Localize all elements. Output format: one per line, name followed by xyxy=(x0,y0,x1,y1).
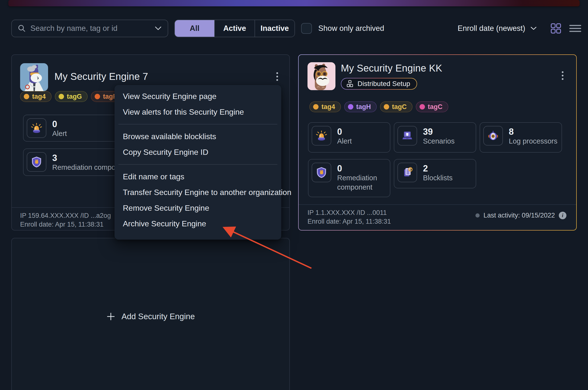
menu-item-view-engine-page[interactable]: View Security Engine page xyxy=(115,89,281,104)
stat-blocklists: 2 Blocklists xyxy=(394,159,476,188)
stat-value: 0 xyxy=(337,163,384,173)
stat-label: Alert xyxy=(337,137,352,146)
stat-label: Remediation component xyxy=(337,173,384,192)
distributed-setup-badge: Distributed Setup xyxy=(341,78,417,90)
menu-item-copy-engine-id[interactable]: Copy Security Engine ID xyxy=(115,144,281,160)
engine-menu-kebab-icon[interactable] xyxy=(272,70,283,83)
stat-remediation: 0 Remediation component xyxy=(308,159,390,197)
engine-title: My Security Engine KK xyxy=(341,63,442,74)
last-activity: Last activity: 09/15/2022 i xyxy=(475,212,566,219)
engine-footer-info: IP 159.64.XXX.XXX /ID ...a2og Enroll dat… xyxy=(20,211,111,229)
tab-inactive[interactable]: Inactive xyxy=(255,20,294,37)
search-box[interactable] xyxy=(11,20,168,37)
sort-label: Enroll date (newest) xyxy=(458,24,525,33)
blocklist-doc-icon xyxy=(398,163,417,182)
laptop-icon xyxy=(398,126,417,146)
plus-icon xyxy=(106,312,116,321)
stat-value: 0 xyxy=(337,127,352,137)
card-footer-divider xyxy=(299,204,576,205)
engine-avatar xyxy=(20,63,48,91)
shield-icon xyxy=(312,163,331,182)
stat-label: Blocklists xyxy=(423,173,453,183)
stat-value: 0 xyxy=(52,119,67,129)
shield-icon xyxy=(27,152,46,172)
search-icon xyxy=(18,24,26,33)
status-filter-tabs: All Active Inactive xyxy=(174,20,295,37)
stat-alerts: 0 Alert xyxy=(308,122,390,153)
menu-item-remove-engine[interactable]: Remove Security Engine xyxy=(115,200,281,216)
stat-log-processors: 8 Log processors xyxy=(480,122,562,153)
view-toggles xyxy=(550,20,581,37)
menu-item-browse-blocklists[interactable]: Browse available blocklists xyxy=(115,129,281,144)
tag-row: tag4 tagG tagF xyxy=(20,91,122,102)
ip-id-line: IP 159.64.XXX.XXX /ID ...a2og xyxy=(20,211,111,220)
stat-scenarios: 39 Scenarios xyxy=(394,122,476,153)
top-gradient-banner xyxy=(8,0,580,6)
engine-avatar xyxy=(307,62,335,90)
add-engine-card: Add Security Engine xyxy=(11,238,290,390)
menu-divider xyxy=(118,164,277,165)
siren-icon xyxy=(312,126,331,146)
badge-label: Distributed Setup xyxy=(357,80,410,88)
sort-dropdown[interactable]: Enroll date (newest) xyxy=(458,20,537,37)
tag-pill: tagC xyxy=(380,101,412,112)
stat-label: Alert xyxy=(52,129,67,138)
menu-item-view-alerts[interactable]: View alerts for this Security Engine xyxy=(115,104,281,120)
last-activity-label: Last activity: 09/15/2022 xyxy=(483,212,555,219)
stat-value: 2 xyxy=(423,163,453,173)
search-input[interactable] xyxy=(30,24,150,33)
ip-id-line: IP 1.1.XXX.XXX /ID ...0011 xyxy=(307,208,391,217)
menu-item-archive-engine[interactable]: Archive Security Engine xyxy=(115,216,281,232)
tag-pill: tagC xyxy=(416,101,448,112)
show-archived-control: Show only archived xyxy=(301,20,384,37)
cubes-icon xyxy=(346,80,354,88)
siren-icon xyxy=(27,118,46,138)
menu-item-transfer-engine[interactable]: Transfer Security Engine to another orga… xyxy=(115,185,281,200)
engine-context-menu: View Security Engine page View alerts fo… xyxy=(115,85,281,240)
stat-value: 8 xyxy=(509,127,557,137)
show-archived-checkbox[interactable] xyxy=(301,23,312,34)
tag-pill: tagG xyxy=(55,91,88,102)
add-engine-label: Add Security Engine xyxy=(121,312,195,321)
menu-divider xyxy=(118,124,277,124)
robot-icon xyxy=(483,126,503,146)
stat-label: Log processors xyxy=(509,137,557,146)
add-engine-button[interactable]: Add Security Engine xyxy=(106,312,195,321)
menu-item-edit-name-tags[interactable]: Edit name or tags xyxy=(115,169,281,185)
tag-pill: tagH xyxy=(344,101,377,112)
engine-footer-info: IP 1.1.XXX.XXX /ID ...0011 Enroll date: … xyxy=(307,208,391,226)
tag-pill: tag4 xyxy=(309,101,341,112)
stat-label: Scenarios xyxy=(423,137,455,146)
enroll-date-line: Enroll date: Apr 15, 11:38:31 xyxy=(307,217,391,226)
tag-pill: tag4 xyxy=(20,91,52,102)
tag-row: tag4 tagH tagC tagC xyxy=(309,101,448,112)
chevron-down-icon[interactable] xyxy=(155,26,162,31)
chevron-down-icon xyxy=(530,26,537,31)
tab-all[interactable]: All xyxy=(175,20,215,37)
list-view-icon[interactable] xyxy=(569,24,581,33)
engine-title: My Security Engine 7 xyxy=(55,71,148,82)
engine-card-kk: My Security Engine KK Distributed Setup … xyxy=(298,54,577,231)
status-dot-icon xyxy=(475,213,480,218)
enroll-date-line: Enroll date: Apr 15, 11:38:31 xyxy=(20,220,111,229)
info-icon[interactable]: i xyxy=(559,212,566,219)
tab-active[interactable]: Active xyxy=(215,20,255,37)
stat-value: 39 xyxy=(423,127,455,137)
grid-view-icon[interactable] xyxy=(550,23,562,34)
engine-menu-kebab-icon[interactable] xyxy=(557,69,568,82)
show-archived-label: Show only archived xyxy=(318,24,384,33)
